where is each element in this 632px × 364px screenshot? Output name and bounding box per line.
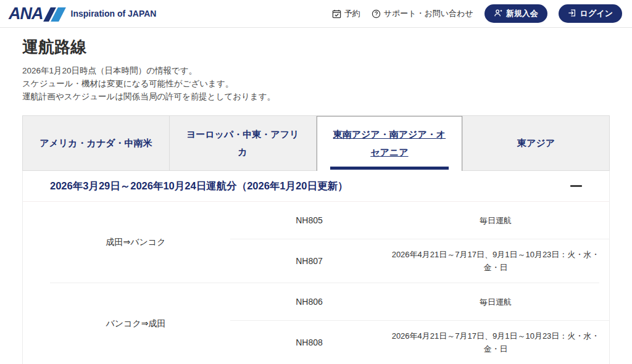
signup-button[interactable]: 新規入会 [484,4,547,23]
flight-number: NH808 [230,337,388,347]
note-line: スケジュール・機材は変更になる可能性がございます。 [22,77,610,90]
route-group-bangkok-narita: バンコク⇒成田 NH806 毎日運航 NH808 2026年4月21日～7月17… [23,283,609,364]
flight-schedule: 毎日運航 [480,296,512,308]
region-tabs: アメリカ・カナダ・中南米 ヨーロッパ・中東・アフリカ 東南アジア・南アジア・オセ… [22,115,610,171]
person-plus-icon [494,9,502,19]
tab-europe-middle-east-africa[interactable]: ヨーロッパ・中東・アフリカ [169,116,316,170]
flights-column: NH806 毎日運航 NH808 2026年4月21日～7月17日、9月1日～1… [230,283,609,364]
flight-schedule-cell: 毎日運航 [388,291,609,313]
collapse-minus-icon[interactable] [570,185,582,187]
page-title: 運航路線 [22,36,610,58]
flight-row: NH808 2026年4月21日～7月17日、9月1日～10月23日：火・水・金… [230,320,609,364]
login-icon [568,9,576,19]
flight-schedule-cell: 毎日運航 [388,209,609,232]
help-circle-icon [372,9,381,19]
signup-button-label: 新規入会 [506,8,538,19]
page-notes: 2026年1月20日時点（日本時間）の情報です。 スケジュール・機材は変更になる… [22,64,610,103]
login-button[interactable]: ログイン [559,4,622,23]
flight-row: NH807 2026年4月21日～7月17日、9月1日～10月23日：火・水・金… [230,239,609,283]
tab-label: 東アジア [517,134,555,152]
route-group-narita-bangkok: 成田⇒バンコク NH805 毎日運航 NH807 2026年4月21日～7月17… [23,202,609,283]
flight-number: NH805 [230,215,388,225]
reservation-link-label: 予約 [344,8,360,19]
flight-number: NH807 [230,256,388,266]
reservation-link[interactable]: 予約 [332,8,360,19]
flight-row: NH806 毎日運航 [230,283,609,320]
flight-number: NH806 [230,297,388,307]
route-name: 成田⇒バンコク [23,202,230,283]
ana-logo[interactable]: ANA Inspiration of JAPAN [9,6,156,22]
flight-row: NH805 毎日運航 [230,202,609,239]
tab-label: 東南アジア・南アジア・オセアニア [333,126,447,161]
accordion-header[interactable]: 2026年3月29日～2026年10月24日運航分（2026年1月20日更新） [23,171,609,202]
flight-schedule: 毎日運航 [480,214,512,227]
tab-southeast-south-asia-oceania[interactable]: 東南アジア・南アジア・オセアニア [316,116,463,171]
flight-schedule-cell: 2026年4月21日～7月17日、9月1日～10月23日：火・水・金・日 [388,325,609,360]
active-tab-indicator [330,167,449,170]
ana-logo-tagline: Inspiration of JAPAN [71,9,157,19]
main-content: 運航路線 2026年1月20日時点（日本時間）の情報です。 スケジュール・機材は… [0,36,632,364]
accordion-title: 2026年3月29日～2026年10月24日運航分（2026年1月20日更新） [50,180,347,193]
tab-label: アメリカ・カナダ・中南米 [40,134,152,152]
calendar-icon [332,9,341,19]
flight-schedule-cell: 2026年4月21日～7月17日、9月1日～10月23日：火・水・金・日 [388,243,609,279]
flight-schedule: 2026年4月21日～7月17日、9月1日～10月23日：火・水・金・日 [391,248,601,274]
tab-east-asia[interactable]: 東アジア [462,116,609,170]
flight-schedule: 2026年4月21日～7月17日、9月1日～10月23日：火・水・金・日 [391,329,601,355]
flights-column: NH805 毎日運航 NH807 2026年4月21日～7月17日、9月1日～1… [230,202,609,283]
note-line: 運航計画やスケジュールは関係当局の許可を前提としております。 [22,90,610,103]
note-line: 2026年1月20日時点（日本時間）の情報です。 [22,64,610,77]
schedule-accordion: 2026年3月29日～2026年10月24日運航分（2026年1月20日更新） … [22,171,610,364]
header-actions: 予約 サポート・お問い合わせ 新規入会 [332,4,622,23]
ana-logo-slash-icon [47,7,62,22]
login-button-label: ログイン [580,8,613,19]
ana-logo-text: ANA [9,6,43,22]
support-link[interactable]: サポート・お問い合わせ [372,8,473,19]
tab-label: ヨーロッパ・中東・アフリカ [186,126,300,161]
global-header: ANA Inspiration of JAPAN 予約 [0,0,632,28]
accordion-body: 成田⇒バンコク NH805 毎日運航 NH807 2026年4月21日～7月17… [23,202,609,364]
support-link-label: サポート・お問い合わせ [384,8,473,19]
route-name: バンコク⇒成田 [23,283,230,364]
tab-americas-canada-latin-america[interactable]: アメリカ・カナダ・中南米 [23,116,169,170]
